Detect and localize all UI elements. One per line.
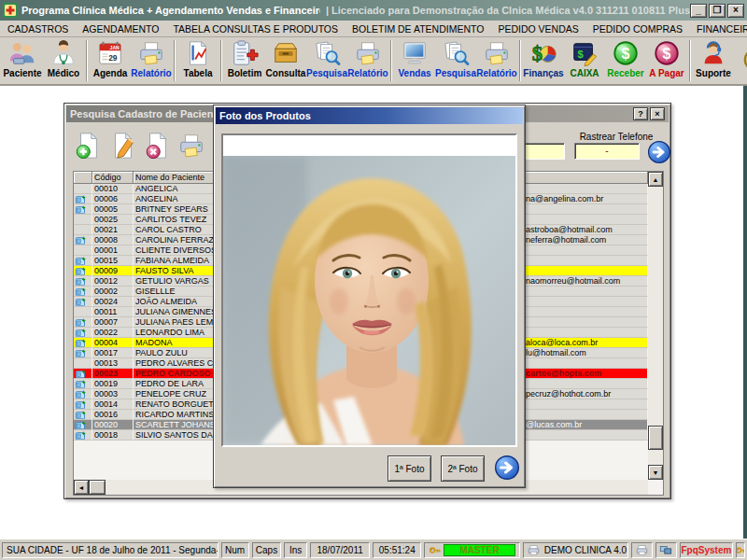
toolbar-caixa-button[interactable]: CAIXA bbox=[564, 38, 605, 83]
toolbar-pesquisa-boletim-button[interactable]: Pesquisa bbox=[306, 38, 347, 83]
photo-dialog: Foto dos Produtos bbox=[213, 105, 526, 488]
scroll-left-icon[interactable]: ◄ bbox=[74, 480, 89, 495]
photo-cell bbox=[74, 194, 92, 204]
patient-code: 00022 bbox=[92, 328, 134, 338]
toolbar-paciente-button[interactable]: Paciente bbox=[2, 38, 43, 83]
patient-code: 00009 bbox=[92, 266, 134, 276]
printer-icon bbox=[137, 39, 165, 67]
photo-icon bbox=[75, 349, 87, 358]
photo-cell bbox=[74, 204, 92, 215]
menu-boletim[interactable]: BOLETIM DE ATENDIMENTO bbox=[352, 23, 484, 35]
toolbar-relatorio-boletim-button[interactable]: Relatório bbox=[347, 38, 388, 83]
patient-code: 00003 bbox=[92, 389, 134, 399]
toolbar-separator bbox=[86, 40, 88, 81]
support-headset-icon bbox=[699, 39, 727, 67]
status-brand: FpqSystem bbox=[680, 542, 733, 558]
toolbar-agenda-button[interactable]: Agenda bbox=[90, 38, 131, 83]
patient-code: 00019 bbox=[92, 379, 134, 389]
toolbar-relatorio-vendas-button[interactable]: Relatório bbox=[476, 38, 517, 83]
patient-code: 00013 bbox=[92, 358, 134, 369]
delete-record-icon[interactable] bbox=[143, 129, 171, 162]
phone-trace-input[interactable]: - bbox=[574, 143, 640, 160]
search-go-button[interactable] bbox=[647, 140, 671, 164]
desktop-edge bbox=[743, 86, 747, 539]
patient-code: 00011 bbox=[92, 307, 134, 317]
photo-icon bbox=[75, 318, 87, 328]
status-clinic: DEMO CLINICA 4.0 bbox=[544, 545, 627, 555]
status-master: MASTER bbox=[444, 544, 515, 556]
green-dollar-coin-icon bbox=[612, 39, 640, 67]
photo-icon bbox=[75, 370, 87, 379]
first-photo-button[interactable]: 1ª Foto bbox=[388, 455, 431, 482]
edit-record-icon[interactable] bbox=[108, 129, 136, 162]
photo-cell bbox=[74, 266, 92, 276]
scroll-down-icon[interactable]: ▼ bbox=[648, 465, 663, 480]
main-titlebar: Programa Clínica Médica + Agendamento Ve… bbox=[0, 0, 747, 21]
patient-code: 00004 bbox=[92, 338, 134, 348]
photo-cell bbox=[74, 338, 92, 348]
toolbar-receber-button[interactable]: Receber bbox=[605, 38, 646, 83]
patient-code: 00018 bbox=[92, 430, 134, 441]
toolbar-boletim-button[interactable]: Boletim bbox=[224, 38, 265, 83]
menu-agendamento[interactable]: AGENDAMENTO bbox=[82, 23, 159, 35]
toolbar-financas-button[interactable]: Finanças bbox=[523, 38, 564, 83]
toolbar-coin-button[interactable] bbox=[734, 38, 747, 83]
photo-icon bbox=[75, 298, 87, 307]
horizontal-scroll-thumb[interactable] bbox=[89, 480, 106, 495]
add-record-icon[interactable] bbox=[74, 129, 102, 162]
photo-cell bbox=[74, 276, 92, 287]
patient-code: 00025 bbox=[92, 215, 134, 225]
search-docs-icon bbox=[442, 39, 470, 67]
status-location: SUA CIDADE - UF 18 de Julho de 2011 - Se… bbox=[2, 542, 218, 558]
restore-button[interactable]: ❐ bbox=[709, 4, 726, 18]
photo-cell bbox=[74, 379, 92, 389]
patient-code: 00023 bbox=[92, 369, 134, 379]
photo-icon bbox=[75, 431, 87, 441]
photo-icon bbox=[75, 195, 87, 204]
close-search-button[interactable]: × bbox=[650, 107, 665, 120]
search-docs-icon bbox=[313, 39, 341, 67]
app-title: Programa Clínica Médica + Agendamento Ve… bbox=[21, 5, 320, 16]
toolbar-separator bbox=[174, 40, 176, 81]
printer-icon bbox=[354, 39, 382, 67]
menu-pedido-compras[interactable]: PEDIDO COMPRAS bbox=[593, 23, 683, 35]
minimize-button[interactable]: _ bbox=[690, 4, 707, 18]
menu-tabela-consultas[interactable]: TABELA CONSULTAS E PRODUTOS bbox=[173, 23, 338, 35]
help-button[interactable]: ? bbox=[633, 107, 648, 120]
photo-dialog-titlebar[interactable]: Foto dos Produtos bbox=[216, 107, 523, 124]
toolbar-suporte-button[interactable]: Suporte bbox=[693, 38, 734, 83]
photo-icon bbox=[75, 390, 87, 399]
print-icon[interactable] bbox=[177, 129, 205, 162]
toolbar-separator bbox=[390, 40, 392, 81]
photo-cell bbox=[74, 317, 92, 328]
dollar-pie-icon bbox=[529, 39, 557, 67]
menu-pedido-vendas[interactable]: PEDIDO VENDAS bbox=[498, 23, 578, 35]
photo-cell bbox=[74, 215, 92, 225]
photo-icon bbox=[75, 380, 87, 389]
toolbar-vendas-button[interactable]: Vendas bbox=[394, 38, 435, 83]
patient-code: 00017 bbox=[92, 348, 134, 358]
patient-code: 00021 bbox=[92, 225, 134, 235]
photo-icon bbox=[75, 329, 87, 338]
status-network-segment[interactable] bbox=[655, 542, 677, 558]
photo-cell bbox=[74, 245, 92, 256]
photo-next-button[interactable] bbox=[494, 455, 520, 481]
second-photo-button[interactable]: 2ª Foto bbox=[441, 455, 485, 482]
scroll-up-icon[interactable]: ▲ bbox=[648, 172, 663, 187]
toolbar-pesquisa-vendas-button[interactable]: Pesquisa bbox=[435, 38, 476, 83]
toolbar-apagar-button[interactable]: A Pagar bbox=[646, 38, 687, 83]
patient-code: 00014 bbox=[92, 399, 134, 410]
patient-code: 00005 bbox=[92, 204, 134, 215]
vertical-scroll-thumb[interactable] bbox=[648, 426, 663, 450]
status-master-segment: MASTER bbox=[424, 542, 520, 558]
menu-cadastros[interactable]: CADASTROS bbox=[7, 23, 68, 35]
close-button[interactable]: × bbox=[727, 4, 744, 18]
vertical-scrollbar[interactable]: ▲ ▼ bbox=[648, 172, 663, 480]
toolbar-consulta-button[interactable]: Consulta bbox=[265, 38, 306, 83]
menu-financeiro[interactable]: FINANCEIRO bbox=[697, 23, 747, 35]
toolbar-medico-button[interactable]: Médico bbox=[43, 38, 84, 83]
toolbar-tabela-button[interactable]: Tabela bbox=[177, 38, 218, 83]
photo-icon bbox=[75, 277, 87, 287]
toolbar-relatorio-agenda-button[interactable]: Relatório bbox=[131, 38, 172, 83]
status-print-segment[interactable] bbox=[631, 542, 653, 558]
